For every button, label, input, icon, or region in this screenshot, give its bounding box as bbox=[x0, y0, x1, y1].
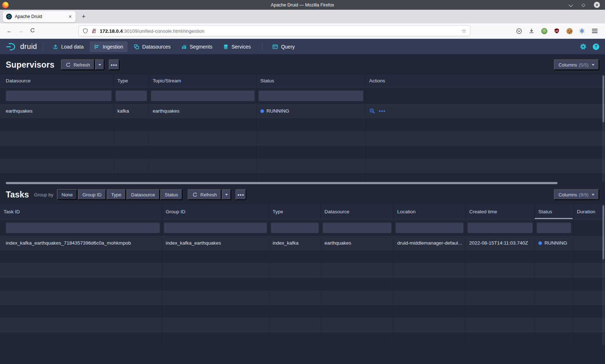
filter-input-status[interactable] bbox=[259, 90, 363, 101]
tab-close-icon[interactable]: × bbox=[68, 14, 72, 19]
table-cell-empty bbox=[573, 277, 605, 291]
browser-tab-active[interactable]: Apache Druid × bbox=[3, 11, 76, 22]
url-path: :30109/unified-console.html#ingestion bbox=[123, 28, 205, 34]
asterisk-extension-icon[interactable] bbox=[578, 27, 586, 35]
table-cell-empty bbox=[149, 159, 257, 172]
forward-button[interactable]: → bbox=[15, 28, 27, 34]
table-cell-empty bbox=[269, 277, 321, 291]
ublock-origin-icon[interactable]: uO bbox=[553, 27, 561, 35]
nav-item-load-data[interactable]: Load data bbox=[48, 41, 88, 52]
table-cell-empty bbox=[466, 277, 535, 291]
table-cell-empty bbox=[366, 159, 605, 172]
window-maximize-button[interactable]: ◇ bbox=[582, 3, 585, 7]
supervisors-more-button[interactable]: ••• bbox=[109, 59, 120, 70]
magnifier-detail-icon[interactable] bbox=[369, 108, 375, 114]
column-header-duration[interactable]: Duration bbox=[573, 204, 605, 219]
supervisor-row[interactable]: earthquakes kafka earthquakes RUNNING ••… bbox=[0, 104, 605, 118]
filter-input-task-id[interactable] bbox=[6, 222, 160, 233]
bar-chart-icon bbox=[181, 44, 187, 50]
privacy-extension-icon[interactable] bbox=[540, 27, 548, 35]
column-header-type[interactable]: Type bbox=[114, 74, 149, 87]
table-cell-empty bbox=[466, 250, 535, 263]
column-header-datasource[interactable]: Datasource bbox=[321, 204, 394, 219]
column-header-location[interactable]: Location bbox=[394, 204, 466, 219]
firefox-window: Apache Druid — Mozilla Firefox ◇ × Apach… bbox=[0, 0, 605, 364]
upload-icon bbox=[53, 44, 58, 50]
vertical-scrollbar[interactable] bbox=[602, 204, 605, 345]
group-by-status-button[interactable]: Status bbox=[160, 189, 183, 200]
group-by-datasource-button[interactable]: Datasource bbox=[126, 189, 160, 200]
gear-icon[interactable] bbox=[580, 43, 587, 50]
column-header-status-sorted[interactable]: Status bbox=[535, 204, 573, 219]
filter-input-status[interactable] bbox=[537, 222, 571, 233]
supervisors-table-body: earthquakes kafka earthquakes RUNNING ••… bbox=[0, 104, 605, 181]
table-cell-empty bbox=[257, 159, 366, 172]
cell-location: druid-middlemanager-defaul... bbox=[394, 236, 466, 250]
table-cell-empty bbox=[257, 132, 366, 145]
tasks-columns-button[interactable]: Columns (9/9) bbox=[554, 189, 599, 200]
filter-input-type[interactable] bbox=[271, 222, 319, 233]
table-cell-empty bbox=[0, 145, 114, 159]
back-button[interactable]: ← bbox=[4, 28, 15, 34]
bookmark-star-icon[interactable]: ☆ bbox=[462, 28, 466, 34]
druid-logo[interactable]: druid bbox=[6, 42, 37, 51]
table-row-empty bbox=[0, 305, 605, 318]
shield-icon[interactable] bbox=[82, 28, 88, 34]
druid-header: druid Load data Ingestion Datasources bbox=[0, 39, 605, 55]
column-header-created-time[interactable]: Created time bbox=[466, 204, 535, 219]
filter-input-type[interactable] bbox=[116, 90, 147, 101]
column-header-group-id[interactable]: Group ID bbox=[162, 204, 269, 219]
filter-input-location[interactable] bbox=[395, 222, 463, 233]
window-close-button[interactable]: × bbox=[594, 2, 600, 8]
browser-tab-bar: Apache Druid × + bbox=[0, 10, 605, 23]
tasks-more-button[interactable]: ••• bbox=[236, 189, 246, 200]
supervisors-refresh-caret-button[interactable] bbox=[95, 59, 104, 70]
column-header-datasource[interactable]: Datasource bbox=[0, 74, 114, 87]
nav-item-datasources[interactable]: Datasources bbox=[129, 41, 175, 52]
task-row[interactable]: index_kafka_earthquakes_7184357396d6c0a_… bbox=[0, 236, 605, 250]
nav-item-ingestion[interactable]: Ingestion bbox=[90, 41, 127, 52]
table-row-empty bbox=[0, 291, 605, 305]
url-bar[interactable]: 172.18.0.4:30109/unified-console.html#in… bbox=[79, 26, 470, 36]
filter-input-datasource[interactable] bbox=[6, 90, 112, 101]
column-header-task-id[interactable]: Task ID bbox=[0, 204, 162, 219]
table-cell-empty bbox=[321, 332, 394, 345]
horizontal-scrollbar[interactable] bbox=[0, 182, 605, 185]
table-cell-empty bbox=[394, 332, 466, 345]
table-cell-empty bbox=[269, 291, 321, 304]
insecure-lock-icon[interactable] bbox=[91, 28, 97, 34]
help-icon[interactable]: ? bbox=[593, 44, 599, 50]
nav-item-segments[interactable]: Segments bbox=[177, 41, 217, 52]
new-tab-button[interactable]: + bbox=[82, 13, 86, 20]
row-actions-more-icon[interactable]: ••• bbox=[379, 108, 386, 114]
table-cell-empty bbox=[162, 250, 269, 263]
filter-input-created-time[interactable] bbox=[467, 222, 533, 233]
nav-item-services[interactable]: Services bbox=[219, 41, 255, 52]
filter-input-group-id[interactable] bbox=[164, 222, 267, 233]
tasks-refresh-caret-button[interactable] bbox=[222, 189, 231, 200]
filter-input-topic-stream[interactable] bbox=[151, 90, 255, 101]
vertical-scrollbar[interactable] bbox=[602, 74, 605, 182]
column-header-type[interactable]: Type bbox=[269, 204, 321, 219]
table-cell-empty bbox=[466, 291, 535, 304]
downloads-icon[interactable] bbox=[528, 27, 535, 35]
supervisors-columns-button[interactable]: Columns (5/5) bbox=[554, 59, 599, 70]
supervisors-refresh-button[interactable]: Refresh bbox=[61, 59, 95, 70]
table-cell-empty bbox=[466, 318, 535, 332]
group-by-none-button[interactable]: None bbox=[57, 189, 77, 200]
nav-item-query[interactable]: Query bbox=[268, 41, 299, 52]
filter-input-datasource[interactable] bbox=[323, 222, 391, 233]
column-header-status[interactable]: Status bbox=[257, 74, 366, 87]
group-by-group-id-button[interactable]: Group ID bbox=[78, 189, 106, 200]
table-row-empty bbox=[0, 145, 605, 159]
column-header-topic-stream[interactable]: Topic/Stream bbox=[149, 74, 257, 87]
window-minimize-button[interactable] bbox=[570, 2, 573, 8]
menu-hamburger-icon[interactable] bbox=[591, 27, 599, 35]
cookie-extension-icon[interactable] bbox=[565, 27, 573, 35]
tasks-refresh-button[interactable]: Refresh bbox=[188, 189, 221, 200]
table-cell-empty bbox=[321, 277, 394, 291]
group-by-type-button[interactable]: Type bbox=[107, 189, 126, 200]
pocket-icon[interactable] bbox=[515, 27, 523, 35]
table-cell-empty bbox=[321, 305, 394, 318]
reload-button[interactable] bbox=[27, 28, 38, 35]
